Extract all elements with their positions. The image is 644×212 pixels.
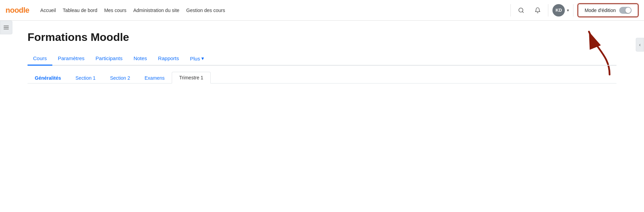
tab-section1[interactable]: Section 1 bbox=[68, 72, 103, 83]
sidebar-toggle-button[interactable] bbox=[0, 21, 12, 34]
tab-generalites[interactable]: Généralités bbox=[28, 72, 68, 83]
nav-divider-mode bbox=[573, 4, 573, 16]
tab-rapports[interactable]: Rapports bbox=[152, 52, 184, 66]
search-button[interactable] bbox=[515, 4, 527, 16]
tab-plus-label: Plus bbox=[190, 56, 200, 62]
nav-divider-search bbox=[510, 4, 511, 16]
tab-section2[interactable]: Section 2 bbox=[103, 72, 137, 83]
avatar: KD bbox=[552, 4, 565, 16]
mode-edition-button[interactable]: Mode d'édition bbox=[578, 3, 638, 17]
edition-toggle[interactable] bbox=[619, 7, 632, 14]
notifications-button[interactable] bbox=[531, 4, 544, 16]
chevron-down-icon: ▾ bbox=[567, 8, 569, 13]
svg-line-1 bbox=[522, 11, 524, 12]
tab-plus-dropdown[interactable]: Plus ▾ bbox=[184, 52, 210, 65]
tab-participants[interactable]: Participants bbox=[90, 52, 128, 66]
main-content: Formations Moodle Cours Paramètres Parti… bbox=[0, 21, 644, 94]
secondary-tabs: Généralités Section 1 Section 2 Examens … bbox=[28, 72, 616, 83]
menu-icon bbox=[3, 24, 9, 31]
bell-icon bbox=[535, 7, 541, 13]
tab-examens[interactable]: Examens bbox=[137, 72, 172, 83]
logo[interactable]: noodle bbox=[6, 6, 29, 15]
tab-notes[interactable]: Notes bbox=[128, 52, 152, 66]
search-icon bbox=[518, 7, 524, 13]
user-menu[interactable]: KD ▾ bbox=[552, 4, 569, 16]
nav-mes-cours[interactable]: Mes cours bbox=[104, 8, 127, 13]
top-navigation: noodle Accueil Tableau de bord Mes cours… bbox=[0, 0, 644, 21]
nav-gestion-des-cours[interactable]: Gestion des cours bbox=[186, 8, 225, 13]
page-title: Formations Moodle bbox=[28, 31, 616, 44]
primary-tabs: Cours Paramètres Participants Notes Rapp… bbox=[28, 52, 616, 66]
tab-trimestre1[interactable]: Trimestre 1 bbox=[172, 72, 210, 83]
nav-links: Accueil Tableau de bord Mes cours Admini… bbox=[40, 8, 502, 13]
nav-tableau-de-bord[interactable]: Tableau de bord bbox=[63, 8, 97, 13]
dropdown-chevron-icon: ▾ bbox=[201, 55, 204, 62]
tab-parametres[interactable]: Paramètres bbox=[52, 52, 90, 66]
nav-divider-user bbox=[548, 4, 548, 16]
mode-edition-label: Mode d'édition bbox=[584, 8, 616, 13]
nav-accueil[interactable]: Accueil bbox=[40, 8, 56, 13]
nav-administration-du-site[interactable]: Administration du site bbox=[133, 8, 179, 13]
tab-cours[interactable]: Cours bbox=[28, 52, 52, 66]
nav-right-area: KD ▾ Mode d'édition bbox=[510, 3, 638, 17]
